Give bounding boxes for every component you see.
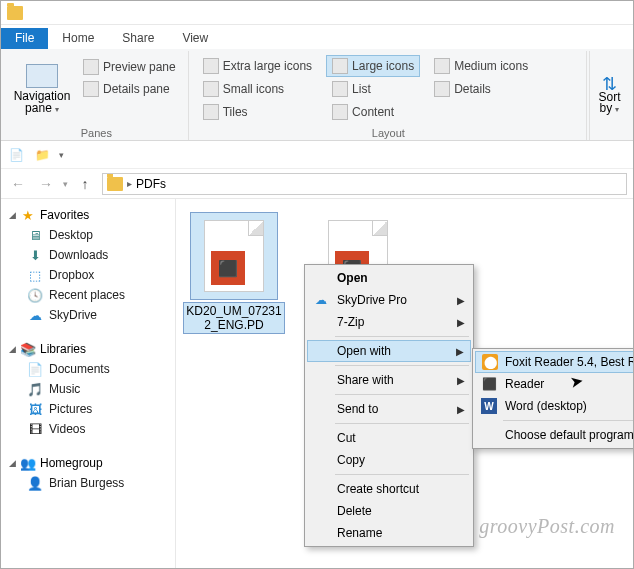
breadcrumb-folder[interactable]: PDFs (136, 177, 166, 191)
submenu-word[interactable]: WWord (desktop) (475, 395, 634, 417)
submenu-foxit-reader[interactable]: ⬤Foxit Reader 5.4, Best Rea (475, 351, 634, 373)
libraries-icon: 📚 (20, 341, 36, 357)
quick-toolbar: 📄 📁 ▾ (1, 141, 633, 169)
separator (335, 365, 469, 366)
chevron-right-icon: ▶ (457, 375, 465, 386)
up-button[interactable]: ↑ (74, 173, 96, 195)
separator (335, 423, 469, 424)
tab-view[interactable]: View (168, 28, 222, 49)
menu-copy[interactable]: Copy (307, 449, 471, 471)
chevron-down-icon: ◢ (9, 210, 16, 220)
view-medium-icons[interactable]: Medium icons (428, 55, 534, 77)
word-icon: W (481, 398, 497, 414)
menu-skydrive-pro[interactable]: ☁SkyDrive Pro▶ (307, 289, 471, 311)
grid-icon (203, 58, 219, 74)
preview-pane-icon (83, 59, 99, 75)
submenu-reader[interactable]: ⬛Reader (475, 373, 634, 395)
star-icon: ★ (20, 207, 36, 223)
separator (335, 474, 469, 475)
navigation-sidebar: ◢★Favorites 🖥Desktop ⬇Downloads ⬚Dropbox… (1, 199, 176, 568)
tab-share[interactable]: Share (108, 28, 168, 49)
preview-pane-button[interactable]: Preview pane (77, 57, 182, 77)
organize-icon[interactable]: 📄 (7, 146, 25, 164)
tab-file[interactable]: File (1, 28, 48, 49)
address-bar-row: ← → ▾ ↑ ▸ PDFs (1, 169, 633, 199)
chevron-right-icon: ▸ (127, 178, 132, 189)
content-icon (332, 104, 348, 120)
context-menu: Open ☁SkyDrive Pro▶ 7-Zip▶ Open with▶ Sh… (304, 264, 474, 547)
separator (503, 420, 634, 421)
sidebar-item-dropbox[interactable]: ⬚Dropbox (5, 265, 171, 285)
menu-share-with[interactable]: Share with▶ (307, 369, 471, 391)
downloads-icon: ⬇ (27, 247, 43, 263)
sort-by-button[interactable]: ⇅ Sort by ▾ (589, 51, 629, 140)
dropbox-icon: ⬚ (27, 267, 43, 283)
grid-icon (332, 58, 348, 74)
back-button[interactable]: ← (7, 173, 29, 195)
sidebar-group-libraries: ◢📚Libraries 📄Documents 🎵Music 🖼Pictures … (5, 339, 171, 439)
tab-home[interactable]: Home (48, 28, 108, 49)
grid-icon (434, 58, 450, 74)
navigation-pane-icon (26, 64, 58, 88)
sidebar-item-recent[interactable]: 🕓Recent places (5, 285, 171, 305)
sidebar-item-music[interactable]: 🎵Music (5, 379, 171, 399)
foxit-icon: ⬤ (482, 354, 498, 370)
sidebar-item-downloads[interactable]: ⬇Downloads (5, 245, 171, 265)
view-extra-large-icons[interactable]: Extra large icons (197, 55, 318, 77)
view-large-icons[interactable]: Large icons (326, 55, 420, 77)
address-bar[interactable]: ▸ PDFs (102, 173, 627, 195)
reader-icon: ⬛ (481, 376, 497, 392)
menu-7zip[interactable]: 7-Zip▶ (307, 311, 471, 333)
tiles-icon (203, 104, 219, 120)
details-icon (434, 81, 450, 97)
ribbon-tabs: File Home Share View (1, 25, 633, 49)
sidebar-item-desktop[interactable]: 🖥Desktop (5, 225, 171, 245)
file-item[interactable]: ⬛ KD20_UM_072312_ENG.PD (184, 213, 284, 333)
submenu-choose-default[interactable]: Choose default program. (475, 424, 634, 446)
view-tiles[interactable]: Tiles (197, 101, 318, 123)
chevron-right-icon: ▶ (457, 404, 465, 415)
sidebar-item-videos[interactable]: 🎞Videos (5, 419, 171, 439)
cloud-icon: ☁ (313, 292, 329, 308)
view-content[interactable]: Content (326, 101, 420, 123)
videos-icon: 🎞 (27, 421, 43, 437)
recent-icon: 🕓 (27, 287, 43, 303)
chevron-down-icon: ◢ (9, 344, 16, 354)
pictures-icon: 🖼 (27, 401, 43, 417)
sidebar-header-libraries[interactable]: ◢📚Libraries (5, 339, 171, 359)
sidebar-header-favorites[interactable]: ◢★Favorites (5, 205, 171, 225)
details-pane-icon (83, 81, 99, 97)
menu-cut[interactable]: Cut (307, 427, 471, 449)
menu-send-to[interactable]: Send to▶ (307, 398, 471, 420)
music-icon: 🎵 (27, 381, 43, 397)
menu-open-with[interactable]: Open with▶ (307, 340, 471, 362)
sidebar-header-homegroup[interactable]: ◢👥Homegroup (5, 453, 171, 473)
sidebar-item-skydrive[interactable]: ☁SkyDrive (5, 305, 171, 325)
menu-delete[interactable]: Delete (307, 500, 471, 522)
sidebar-group-homegroup: ◢👥Homegroup 👤Brian Burgess (5, 453, 171, 493)
sidebar-item-pictures[interactable]: 🖼Pictures (5, 399, 171, 419)
menu-rename[interactable]: Rename (307, 522, 471, 544)
documents-icon: 📄 (27, 361, 43, 377)
view-small-icons[interactable]: Small icons (197, 78, 318, 100)
chevron-down-icon: ◢ (9, 458, 16, 468)
menu-create-shortcut[interactable]: Create shortcut (307, 478, 471, 500)
new-folder-icon[interactable]: 📁 (33, 146, 51, 164)
folder-icon (7, 6, 23, 20)
chevron-right-icon: ▶ (457, 295, 465, 306)
forward-button[interactable]: → (35, 173, 57, 195)
folder-icon (107, 177, 123, 191)
sidebar-item-user[interactable]: 👤Brian Burgess (5, 473, 171, 493)
ribbon-group-panes: Navigation pane ▾ Preview pane Details p… (5, 51, 189, 140)
view-list[interactable]: List (326, 78, 420, 100)
homegroup-icon: 👥 (20, 455, 36, 471)
grid-icon (203, 81, 219, 97)
separator (335, 394, 469, 395)
details-pane-button[interactable]: Details pane (77, 79, 182, 99)
view-details[interactable]: Details (428, 78, 534, 100)
file-name: KD20_UM_072312_ENG.PD (184, 303, 284, 333)
list-icon (332, 81, 348, 97)
sidebar-item-documents[interactable]: 📄Documents (5, 359, 171, 379)
navigation-pane-button[interactable]: Navigation pane ▾ (11, 53, 73, 126)
menu-open[interactable]: Open (307, 267, 471, 289)
